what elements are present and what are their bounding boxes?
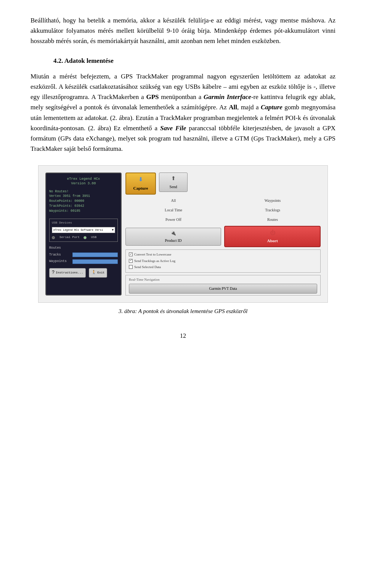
usb-devices-label: USB Devices	[52, 220, 115, 225]
serial-port-radio[interactable]	[52, 236, 55, 239]
section-heading: 4.2. Adatok lementése	[53, 56, 336, 66]
instructions-btn[interactable]: ? Instructions...	[49, 268, 86, 278]
send-tracklogs-checkbox[interactable]	[129, 259, 133, 263]
paragraph-2: Miután a mérést befejeztem, a GPS TrackM…	[30, 71, 336, 154]
figure-caption: 3. ábra: A pontok és útvonalak lementése…	[119, 307, 247, 316]
tm-options-grid: All Waypoints Local Time Tracklogs Power…	[125, 197, 321, 224]
waypoints-bar	[72, 259, 118, 264]
usb-dropdown[interactable]: eTrex Legend HCx Software Version 3.00 ▼	[52, 227, 115, 233]
tracks-bar	[72, 252, 118, 257]
send-button[interactable]: ⬆ Send	[159, 173, 188, 192]
figure-box: eTrex Legend HCx Version 3.00 No Routes!…	[38, 165, 328, 303]
convert-text-checkbox[interactable]	[129, 252, 133, 256]
usb-section: USB Devices eTrex Legend HCx Software Ve…	[49, 219, 118, 242]
routes-label[interactable]: Routes	[225, 216, 321, 224]
waypoints-row: Waypoints	[49, 259, 118, 264]
gps-device-panel: eTrex Legend HCx Version 3.00 No Routes!…	[45, 173, 122, 296]
trackmaker-panel: ⬇ Capture ⬆ Send All Waypoints Local Tim…	[125, 173, 321, 296]
nav-section: Real-Time Navigation Garmin PVT Data	[125, 275, 321, 295]
checkbox-section: Convert Text to Lowercase Send Tracklogs…	[125, 249, 321, 273]
capture-button[interactable]: ⬇ Capture	[125, 173, 156, 195]
gps-info: No Routes! Vertex 3951 from 3951 RoutePo…	[49, 189, 118, 214]
routes-row: Routes	[49, 246, 118, 251]
convert-text-row: Convert Text to Lowercase	[129, 252, 317, 257]
send-tracklogs-row: Send Tracklogs as Active Log	[129, 258, 317, 264]
tracks-row: Tracks	[49, 252, 118, 258]
send-selected-checkbox[interactable]	[129, 265, 133, 269]
local-time-label[interactable]: Local Time	[125, 206, 222, 214]
gps-title: eTrex Legend HCx Version 3.00	[49, 177, 118, 186]
capture-icon: ⬇	[138, 176, 143, 184]
power-off-label[interactable]: Power Off	[125, 216, 222, 224]
exit-btn[interactable]: 🚶 Exit	[89, 268, 107, 278]
tm-top-row: ⬇ Capture ⬆ Send	[125, 173, 321, 195]
figure-container: eTrex Legend HCx Version 3.00 No Routes!…	[30, 165, 336, 316]
all-label[interactable]: All	[125, 197, 222, 205]
product-abort-row: 🔌 Product ID ⏻ Abort	[125, 226, 321, 247]
radio-row: Serial Port USB	[52, 235, 115, 240]
send-selected-row: Send Selected Data	[129, 264, 317, 270]
garmin-pvt-button[interactable]: Garmin PVT Data	[129, 284, 317, 294]
product-id-button[interactable]: 🔌 Product ID	[125, 228, 221, 246]
paragraph-1: Beállítható, hogy ha betelik a memória, …	[30, 15, 336, 46]
send-icon: ⬆	[171, 174, 176, 183]
bottom-btns: ? Instructions... 🚶 Exit	[49, 268, 118, 278]
nav-section-label: Real-Time Navigation	[129, 277, 317, 282]
page-number: 12	[30, 331, 336, 341]
nav-rows: Routes Tracks Waypoints	[49, 246, 118, 264]
abort-button[interactable]: ⏻ Abort	[224, 226, 321, 247]
waypoints-label[interactable]: Waypoints	[225, 197, 321, 205]
product-id-icon: 🔌	[170, 230, 176, 237]
tracklogs-label[interactable]: Tracklogs	[225, 206, 321, 214]
usb-radio[interactable]	[83, 236, 87, 239]
abort-icon: ⏻	[270, 229, 275, 237]
